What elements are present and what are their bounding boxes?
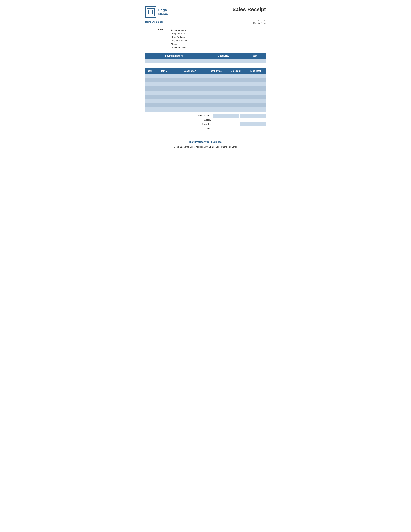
sold-to-info: Customer Name Company Name Street Addres… — [171, 28, 187, 50]
total-discount-row: Total Discount — [192, 114, 266, 117]
subtotal-spacer — [213, 118, 239, 122]
sales-tax-value — [240, 122, 266, 126]
date-receipt-section: Date: Date Receipt # No. — [253, 19, 266, 24]
unit-price-header: Unit Price — [207, 68, 226, 74]
payment-method-header: Payment Method — [145, 53, 203, 59]
header-right: Sales Receipt — [233, 6, 266, 12]
date-value: Date — [262, 19, 266, 22]
check-no-header: Check No. — [203, 53, 243, 59]
city-state-zip: City, ST ZIP Code — [171, 39, 187, 42]
table-row — [145, 99, 266, 103]
footer: Thank you for your business! Company Nam… — [145, 140, 266, 148]
sales-tax-label: Sales Tax — [192, 123, 211, 125]
subtotal-value — [240, 118, 266, 122]
total-label: Total — [192, 127, 211, 129]
job-cell — [243, 59, 266, 63]
footer-address: Company Name Street Address,City, ST ZIP… — [145, 146, 266, 148]
sales-tax-spacer — [213, 122, 239, 126]
total-spacer — [213, 127, 239, 130]
item-num-header: Item # — [155, 68, 173, 74]
page-header: Logo Name Sales Receipt — [145, 6, 266, 18]
logo-icon — [145, 6, 156, 18]
description-header: Description — [173, 68, 207, 74]
table-row — [145, 107, 266, 112]
company-slogan: Company Slogan — [145, 21, 163, 23]
company-name: Company Name — [171, 32, 187, 35]
logo-section: Logo Name — [145, 6, 168, 18]
date-label: Date: — [256, 19, 261, 22]
totals-section: Total Discount Subtotal Sales Tax Total — [145, 114, 266, 131]
payment-table: Payment Method Check No. Job — [145, 53, 266, 63]
subtotal-row: Subtotal — [192, 118, 266, 122]
check-no-cell — [203, 59, 243, 63]
table-row — [145, 95, 266, 99]
table-row — [145, 86, 266, 91]
table-row — [145, 74, 266, 78]
total-discount-box-2 — [240, 114, 266, 117]
table-row — [145, 103, 266, 107]
payment-method-cell — [145, 59, 203, 63]
discount-header: Discount — [226, 68, 245, 74]
table-row — [145, 82, 266, 86]
customer-id: Customer ID No. — [171, 46, 187, 49]
total-row: Total — [192, 127, 266, 130]
job-header: Job — [243, 53, 266, 59]
page-title: Sales Receipt — [233, 6, 266, 12]
thank-you-message: Thank you for your business! — [145, 140, 266, 143]
subtotal-label: Subtotal — [192, 119, 211, 121]
phone: Phone — [171, 42, 187, 46]
items-table: Qty Item # Description Unit Price Discou… — [145, 68, 266, 112]
receipt-number: Receipt # No. — [253, 22, 266, 24]
street-address: Street Address — [171, 35, 187, 39]
payment-row — [145, 59, 266, 63]
date-row: Date: Date — [253, 19, 266, 22]
table-row — [145, 78, 266, 82]
total-value — [240, 127, 266, 130]
sold-to-label: Sold To — [158, 28, 168, 50]
logo-text: Logo Name — [158, 8, 168, 17]
qty-header: Qty — [145, 68, 155, 74]
total-discount-label: Total Discount — [192, 114, 211, 117]
table-row — [145, 91, 266, 95]
customer-name: Customer Name — [171, 28, 187, 32]
total-discount-box-1 — [213, 114, 239, 117]
line-total-header: Line Total — [245, 68, 266, 74]
sold-to-section: Sold To Customer Name Company Name Stree… — [158, 28, 266, 50]
sales-tax-row: Sales Tax — [192, 122, 266, 126]
